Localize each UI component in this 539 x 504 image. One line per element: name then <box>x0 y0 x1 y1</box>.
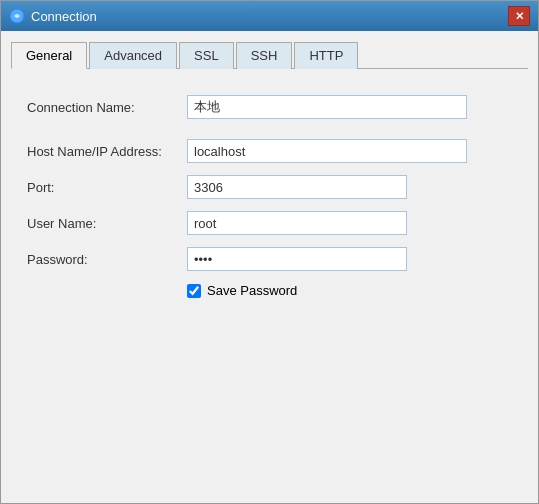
save-password-row: Save Password <box>187 283 512 298</box>
form-area: Connection Name: Host Name/IP Address: P… <box>11 85 528 493</box>
password-label: Password: <box>27 252 187 267</box>
connection-name-label: Connection Name: <box>27 100 187 115</box>
connection-dialog: Connection ✕ General Advanced SSL SSH HT… <box>0 0 539 504</box>
host-row: Host Name/IP Address: <box>27 139 512 163</box>
password-input[interactable] <box>187 247 407 271</box>
port-input[interactable] <box>187 175 407 199</box>
password-row: Password: <box>27 247 512 271</box>
title-buttons: ✕ <box>508 6 530 26</box>
window-body: General Advanced SSL SSH HTTP Connection… <box>1 31 538 503</box>
username-input[interactable] <box>187 211 407 235</box>
close-button[interactable]: ✕ <box>508 6 530 26</box>
window-icon <box>9 8 25 24</box>
connection-name-input[interactable] <box>187 95 467 119</box>
host-label: Host Name/IP Address: <box>27 144 187 159</box>
save-password-label: Save Password <box>207 283 297 298</box>
port-label: Port: <box>27 180 187 195</box>
username-row: User Name: <box>27 211 512 235</box>
host-input[interactable] <box>187 139 467 163</box>
tab-ssh[interactable]: SSH <box>236 42 293 69</box>
tab-bar: General Advanced SSL SSH HTTP <box>11 41 528 69</box>
username-label: User Name: <box>27 216 187 231</box>
connection-name-row: Connection Name: <box>27 95 512 119</box>
window-title: Connection <box>31 9 97 24</box>
title-bar: Connection ✕ <box>1 1 538 31</box>
port-row: Port: <box>27 175 512 199</box>
tab-ssl[interactable]: SSL <box>179 42 234 69</box>
tab-advanced[interactable]: Advanced <box>89 42 177 69</box>
tab-general[interactable]: General <box>11 42 87 69</box>
title-bar-left: Connection <box>9 8 97 24</box>
tab-http[interactable]: HTTP <box>294 42 358 69</box>
save-password-checkbox[interactable] <box>187 284 201 298</box>
